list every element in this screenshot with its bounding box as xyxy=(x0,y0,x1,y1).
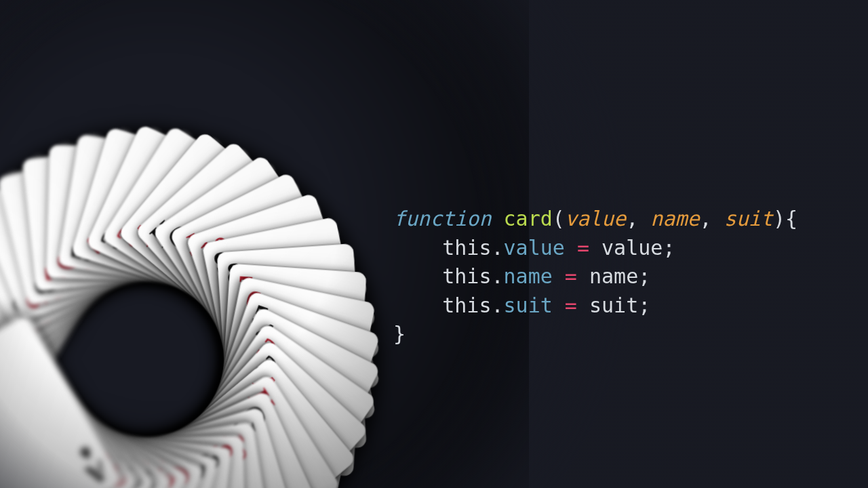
equals: = xyxy=(553,293,589,317)
equals: = xyxy=(553,264,589,288)
keyword-this: this xyxy=(442,264,491,288)
paren-close: ) xyxy=(773,207,785,230)
param-name: name xyxy=(650,207,699,230)
semi: ; xyxy=(638,264,650,288)
brace-close: } xyxy=(393,322,406,346)
paren-open: ( xyxy=(553,207,565,230)
keyword-function: function xyxy=(393,207,492,230)
prop-suit: suit xyxy=(504,293,553,317)
dot: . xyxy=(492,264,504,288)
comma: , xyxy=(626,207,650,230)
keyword-this: this xyxy=(442,293,491,317)
semi: ; xyxy=(638,293,650,317)
function-name: card xyxy=(504,207,553,230)
ident-value: value xyxy=(601,236,663,260)
comma: , xyxy=(700,207,724,230)
equals: = xyxy=(565,236,601,260)
indent xyxy=(393,264,442,288)
keyword-this: this xyxy=(442,236,491,260)
dot: . xyxy=(492,236,504,260)
dot: . xyxy=(492,293,504,317)
param-suit: suit xyxy=(724,207,773,230)
indent xyxy=(393,293,442,317)
ident-name: name xyxy=(589,264,638,288)
param-value: value xyxy=(565,207,626,230)
semi: ; xyxy=(663,236,675,260)
card-suit-icon: ♣ xyxy=(75,441,96,464)
indent xyxy=(393,236,442,260)
ident-suit: suit xyxy=(589,293,638,317)
brace-open: { xyxy=(785,207,797,230)
code-snippet: function card(value, name, suit){ this.v… xyxy=(393,205,797,349)
prop-value: value xyxy=(504,236,565,260)
prop-name: name xyxy=(504,264,553,288)
